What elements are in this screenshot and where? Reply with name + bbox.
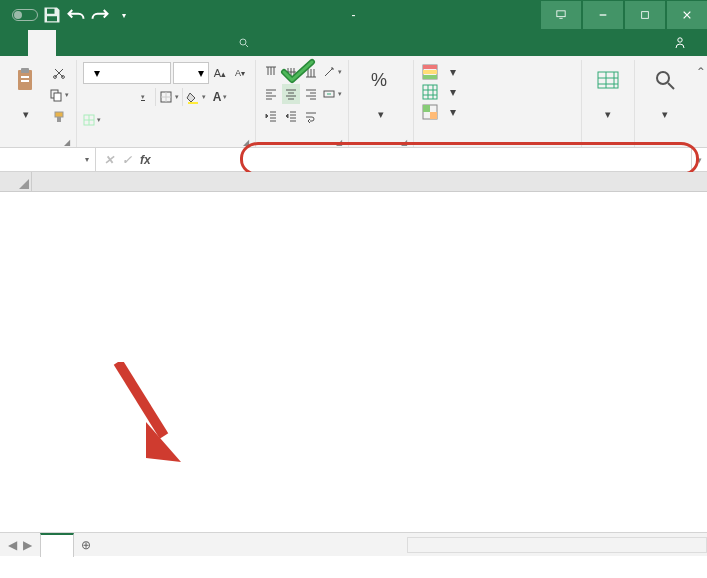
cut-button[interactable] xyxy=(48,62,70,84)
align-left-button[interactable] xyxy=(262,84,280,104)
share-icon xyxy=(673,36,687,50)
merge-center-button[interactable]: ▾ xyxy=(322,84,342,104)
collapse-ribbon-button[interactable]: ˆ xyxy=(695,60,707,147)
title-separator: - xyxy=(352,8,356,22)
increase-indent-button[interactable] xyxy=(282,106,300,126)
increase-font-button[interactable]: A▴ xyxy=(211,63,229,83)
share-button[interactable] xyxy=(659,30,707,56)
group-clipboard: ▾ ▾ ◢ xyxy=(0,60,77,147)
sheet-tab-active[interactable] xyxy=(40,533,74,557)
tab-data[interactable] xyxy=(140,30,168,56)
tab-file[interactable] xyxy=(0,30,28,56)
border-button[interactable]: ▾ xyxy=(158,86,180,108)
name-box[interactable]: ▾ xyxy=(0,148,96,172)
svg-rect-25 xyxy=(423,85,437,99)
horizontal-scrollbar[interactable] xyxy=(407,537,707,553)
tab-view[interactable] xyxy=(196,30,224,56)
ribbon-tabs xyxy=(0,30,707,56)
[interactable] xyxy=(159,148,691,172)
conditional-formatting-button[interactable]: ▾ xyxy=(420,62,458,82)
table-icon xyxy=(422,84,438,100)
cells-icon xyxy=(594,66,622,94)
tab-review[interactable] xyxy=(168,30,196,56)
tab-formulas[interactable] xyxy=(112,30,140,56)
insert-function-button[interactable]: fx xyxy=(140,153,151,167)
sheet-prev-button[interactable]: ◀ xyxy=(8,538,17,552)
tab-tell-me[interactable] xyxy=(224,30,268,56)
autosave-toggle[interactable] xyxy=(8,9,38,21)
tab-insert[interactable] xyxy=(56,30,84,56)
underline-button[interactable]: ▾ xyxy=(131,86,153,108)
font-color-button[interactable]: A▾ xyxy=(209,86,231,108)
sheet-next-button[interactable]: ▶ xyxy=(23,538,32,552)
border-more-button[interactable]: ▾ xyxy=(83,110,101,130)
decrease-indent-icon xyxy=(264,109,278,123)
orientation-button[interactable]: ▾ xyxy=(322,62,342,82)
maximize-button[interactable] xyxy=(625,1,665,29)
find-select-icon xyxy=(651,66,679,94)
svg-text:%: % xyxy=(371,70,387,90)
minimize-button[interactable] xyxy=(583,1,623,29)
redo-icon[interactable] xyxy=(90,5,110,25)
svg-point-4 xyxy=(240,39,246,45)
group-styles: ▾ ▾ ▾ xyxy=(414,60,582,147)
align-bottom-icon xyxy=(304,65,318,79)
align-center-button[interactable] xyxy=(282,84,300,104)
align-right-button[interactable] xyxy=(302,84,320,104)
font-size-combo[interactable]: ▾ xyxy=(173,62,209,84)
editing-button[interactable]: ▾ xyxy=(641,62,689,124)
dialog-launcher-icon[interactable]: ◢ xyxy=(336,138,342,147)
tab-page-layout[interactable] xyxy=(84,30,112,56)
dialog-launcher-icon[interactable]: ◢ xyxy=(64,138,70,147)
svg-rect-8 xyxy=(21,76,29,78)
ribbon-options-button[interactable] xyxy=(541,1,581,29)
format-painter-button[interactable] xyxy=(48,106,70,128)
svg-point-5 xyxy=(678,38,682,42)
grid-rows xyxy=(0,192,707,532)
italic-button[interactable] xyxy=(107,86,129,108)
align-middle-button[interactable] xyxy=(282,62,300,82)
paste-button[interactable]: ▾ xyxy=(6,62,46,124)
wrap-text-button[interactable] xyxy=(302,106,320,126)
cancel-formula-button[interactable]: ✕ xyxy=(104,153,114,167)
qat-customize-icon[interactable]: ▾ xyxy=(114,5,134,25)
enter-formula-button[interactable]: ✓ xyxy=(122,153,132,167)
fill-color-button[interactable]: ▾ xyxy=(185,86,207,108)
group-cells: ▾ xyxy=(582,60,635,147)
svg-rect-22 xyxy=(423,65,437,69)
number-format-button[interactable]: % ▾ xyxy=(355,62,407,124)
paste-icon xyxy=(12,66,40,94)
group-label-cells xyxy=(588,131,628,147)
align-bottom-button[interactable] xyxy=(302,62,320,82)
cell-styles-button[interactable]: ▾ xyxy=(420,102,458,122)
format-painter-icon xyxy=(52,110,66,124)
copy-button[interactable]: ▾ xyxy=(48,84,70,106)
save-icon[interactable] xyxy=(42,5,62,25)
format-as-table-button[interactable]: ▾ xyxy=(420,82,458,102)
dialog-launcher-icon[interactable]: ◢ xyxy=(401,138,407,147)
font-name-combo[interactable]: ▾ xyxy=(83,62,171,84)
copy-icon xyxy=(49,88,63,102)
decrease-indent-button[interactable] xyxy=(262,106,280,126)
group-number: % ▾ ◢ xyxy=(349,60,414,147)
sheet-tab-bar: ◀ ▶ ⊕ xyxy=(0,532,707,556)
cells-button[interactable]: ▾ xyxy=(588,62,628,124)
align-top-button[interactable] xyxy=(262,62,280,82)
bold-button[interactable] xyxy=(83,86,105,108)
align-left-icon xyxy=(264,87,278,101)
close-button[interactable] xyxy=(667,1,707,29)
svg-rect-29 xyxy=(598,72,618,88)
group-font: ▾ ▾ A▴ A▾ ▾ ▾ ▾ A▾ ▾ ◢ xyxy=(77,60,256,147)
cut-icon xyxy=(52,66,66,80)
svg-rect-9 xyxy=(21,80,29,82)
align-middle-icon xyxy=(284,65,298,79)
percent-icon: % xyxy=(367,66,395,94)
select-all-corner[interactable] xyxy=(0,172,32,191)
decrease-font-button[interactable]: A▾ xyxy=(231,63,249,83)
expand-formula-bar-button[interactable]: ▾ xyxy=(691,148,707,171)
add-sheet-button[interactable]: ⊕ xyxy=(74,538,98,552)
dialog-launcher-icon[interactable]: ◢ xyxy=(243,138,249,147)
undo-icon[interactable] xyxy=(66,5,86,25)
cell-styles-icon xyxy=(422,104,438,120)
tab-home[interactable] xyxy=(28,30,56,56)
